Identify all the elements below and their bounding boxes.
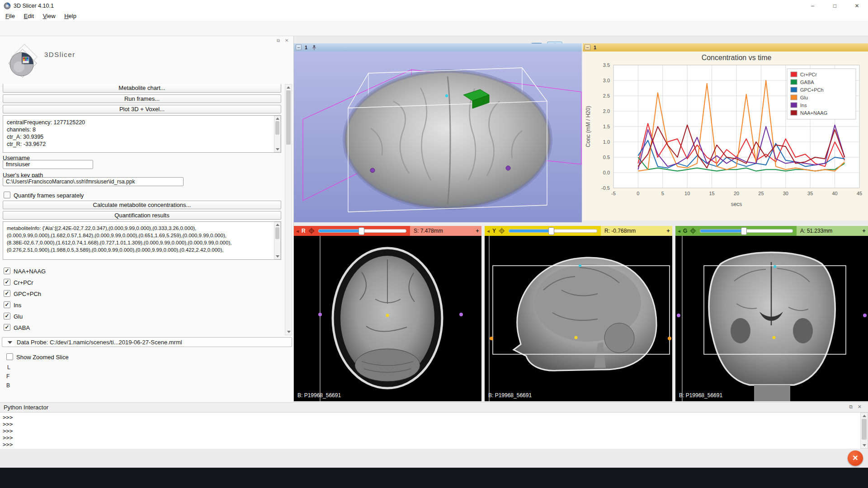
marker-dot-yellow[interactable] bbox=[773, 336, 776, 339]
metabolite-checkbox[interactable]: ✓ bbox=[4, 290, 10, 297]
marker-dot-yellow[interactable] bbox=[575, 336, 578, 339]
marker-dot-cyan[interactable] bbox=[579, 264, 581, 267]
slice-visibility-icon[interactable] bbox=[308, 228, 315, 234]
slice-bar-green: ◄ G A: 51.233mm + bbox=[675, 226, 868, 236]
panel-popout-icon[interactable]: ⧉ bbox=[277, 38, 280, 43]
marker-dot-orange[interactable] bbox=[668, 337, 671, 340]
close-button[interactable]: ✕ bbox=[846, 0, 868, 12]
slice-menu-plus-icon[interactable]: + bbox=[860, 226, 868, 236]
roi-handle-left[interactable] bbox=[370, 168, 375, 173]
svg-text:-5: -5 bbox=[611, 191, 616, 196]
concentration-chart[interactable]: -5051015202530354045-0.50.00.51.01.52.02… bbox=[583, 52, 868, 221]
orientation-label-l: L bbox=[7, 364, 10, 371]
svg-text:0.5: 0.5 bbox=[603, 155, 610, 160]
fiducial-dot-cyan[interactable] bbox=[445, 94, 448, 97]
slice-view-coronal[interactable]: B: P19968_56691 bbox=[675, 236, 868, 401]
slice-view-axial[interactable]: B: P19968_56691 bbox=[294, 236, 481, 401]
metabolite-checkbox[interactable]: ✓ bbox=[4, 313, 10, 319]
svg-text:Ins: Ins bbox=[800, 103, 807, 108]
marker-dot-yellow[interactable] bbox=[386, 314, 389, 317]
marker-dot-purple[interactable] bbox=[677, 314, 680, 317]
collapse-arrow-icon[interactable]: ◄ bbox=[486, 229, 491, 234]
svg-text:1.5: 1.5 bbox=[603, 124, 610, 129]
slider-handle[interactable] bbox=[741, 227, 747, 235]
metabolite-chart-button[interactable]: Metabolite chart... bbox=[3, 84, 281, 93]
pin-icon[interactable] bbox=[311, 44, 317, 51]
svg-text:30: 30 bbox=[783, 191, 788, 196]
marker-dot-orange[interactable] bbox=[490, 337, 493, 340]
view3d-header: – 1 bbox=[294, 43, 582, 52]
slice-menu-plus-icon[interactable]: + bbox=[664, 226, 672, 236]
key-path-input[interactable]: C:\Users\FranciscoMarcano\.ssh\fmrsiuser… bbox=[3, 177, 184, 186]
dock-float-icon[interactable]: ⧉ bbox=[849, 404, 853, 410]
marker-dot-cyan[interactable] bbox=[774, 265, 776, 268]
roi-handle-right[interactable] bbox=[506, 166, 510, 170]
view3d-collapse-button[interactable]: – bbox=[296, 44, 302, 50]
slider-handle[interactable] bbox=[359, 227, 364, 235]
minimize-button[interactable]: – bbox=[802, 0, 824, 12]
view3d-viewport[interactable] bbox=[294, 52, 582, 222]
calculate-concentrations-button[interactable]: Calculate metabolite concentrations... bbox=[3, 201, 281, 209]
python-console[interactable]: >>> >>> >>> >>> >>> bbox=[0, 412, 868, 449]
svg-text:35: 35 bbox=[807, 191, 813, 196]
python-prompt: >>> bbox=[0, 441, 868, 448]
cerebellum bbox=[355, 349, 420, 381]
collapse-arrow-icon[interactable]: ◄ bbox=[677, 229, 681, 234]
panel-scrollbar[interactable] bbox=[285, 84, 292, 335]
slider-handle[interactable] bbox=[548, 227, 554, 235]
menu-help[interactable]: Help bbox=[61, 12, 80, 20]
slice-volume-label: B: P19968_56691 bbox=[488, 392, 532, 399]
collapse-arrow-icon[interactable]: ◄ bbox=[295, 229, 300, 234]
textbox-scrollbar[interactable] bbox=[274, 222, 281, 259]
chart-collapse-button[interactable]: – bbox=[585, 44, 590, 50]
svg-text:0: 0 bbox=[637, 191, 639, 196]
plot-3d-voxel-button[interactable]: Plot 3D + Voxel... bbox=[3, 105, 281, 113]
slice-menu-plus-icon[interactable]: + bbox=[473, 226, 481, 236]
slice-visibility-icon[interactable] bbox=[499, 228, 505, 234]
console-scrollbar[interactable] bbox=[860, 413, 868, 449]
slice-view-sagittal[interactable]: B: P19968_56691 bbox=[485, 236, 672, 401]
slice-visibility-icon[interactable] bbox=[690, 228, 696, 234]
metabolite-checkbox[interactable]: ✓ bbox=[4, 301, 10, 308]
metabolite-checkbox[interactable]: ✓ bbox=[4, 279, 10, 286]
username-input[interactable]: fmrsiuser bbox=[3, 160, 93, 169]
marker-dot-purple[interactable] bbox=[863, 314, 867, 317]
svg-text:20: 20 bbox=[734, 191, 739, 196]
data-probe-collapsible[interactable]: Data Probe: C:/dev/1.namic/scenes/ti...2… bbox=[2, 337, 292, 347]
metabolite-info-textbox[interactable]: metaboliteInfo: {'Ala':[(2.42E-02,7.22,0… bbox=[3, 221, 281, 260]
param-line: ctr_A: 30.9395 bbox=[3, 133, 281, 141]
metabolite-checkbox-label: Glu bbox=[14, 313, 23, 320]
slice-offset-slider[interactable] bbox=[700, 229, 793, 233]
quantification-results-button[interactable]: Quantification results bbox=[3, 211, 281, 220]
marker-dot-purple[interactable] bbox=[459, 313, 463, 316]
svg-text:2.5: 2.5 bbox=[603, 93, 610, 99]
collapse-triangle-icon bbox=[8, 341, 12, 344]
menu-edit[interactable]: Edit bbox=[20, 12, 38, 20]
marker-dot-purple[interactable] bbox=[318, 313, 322, 316]
svg-text:0.0: 0.0 bbox=[603, 170, 610, 175]
chart-view-number: 1 bbox=[594, 45, 596, 50]
slice-offset-slider[interactable] bbox=[509, 229, 597, 233]
show-zoomed-slice-checkbox[interactable] bbox=[6, 353, 13, 360]
metabolite-info-line: (0.000,9.99,0.000),(1.682,0.57,1.842),(0… bbox=[3, 232, 281, 239]
neck bbox=[754, 385, 790, 401]
slice-offset-slider[interactable] bbox=[318, 229, 406, 233]
temporal-lobe-right bbox=[793, 318, 813, 343]
menu-view[interactable]: View bbox=[39, 12, 59, 20]
floating-close-button[interactable]: ✕ bbox=[848, 450, 863, 466]
run-frames-button[interactable]: Run frames... bbox=[3, 94, 281, 103]
metabolite-checkbox-label: Ins bbox=[14, 302, 21, 309]
svg-text:Conc (mM / H20): Conc (mM / H20) bbox=[585, 106, 591, 147]
metabolite-checkbox[interactable]: ✓ bbox=[4, 324, 10, 331]
parameters-textbox[interactable]: centralFrequency: 1277125220 channels: 8… bbox=[3, 115, 281, 153]
svg-text:GPC+PCh: GPC+PCh bbox=[800, 87, 824, 93]
metabolite-checkbox[interactable]: ✓ bbox=[4, 267, 10, 274]
textbox-scrollbar[interactable] bbox=[274, 116, 281, 152]
menu-file[interactable]: File bbox=[2, 12, 19, 20]
dock-close-icon[interactable]: ✕ bbox=[858, 404, 862, 410]
quantify-frames-checkbox[interactable] bbox=[4, 192, 10, 198]
slice-volume-label: B: P19968_56691 bbox=[679, 392, 722, 399]
view3d-number: 1 bbox=[305, 45, 307, 50]
panel-close-icon[interactable]: ✕ bbox=[285, 38, 288, 43]
maximize-button[interactable]: □ bbox=[824, 0, 846, 12]
